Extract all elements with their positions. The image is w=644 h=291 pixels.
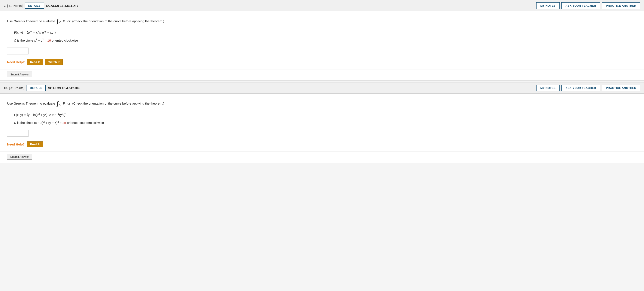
integral-sub-10: C	[59, 103, 61, 106]
need-help-label-10: Need Help?	[7, 143, 25, 146]
problem-9-curve: C is the circle x2 + y2 = 16 oriented cl…	[14, 37, 637, 44]
submit-button-10[interactable]: Submit Answer	[7, 154, 32, 160]
watch-it-button-9[interactable]: Watch It	[45, 59, 63, 65]
need-help-label-9: Need Help?	[7, 60, 25, 64]
submit-button-9[interactable]: Submit Answer	[7, 72, 32, 77]
problem-10-intro: Use Green's Theorem to evaluate ∫C F · d…	[7, 99, 637, 109]
problem-10-content: Use Green's Theorem to evaluate ∫C F · d…	[0, 94, 644, 151]
problem-9-actions: MY NOTES ASK YOUR TEACHER PRACTICE ANOTH…	[536, 2, 640, 9]
read-it-button-9[interactable]: Read It	[27, 59, 43, 65]
answer-input-9[interactable]	[7, 48, 28, 55]
problem-9-field: F(x, y) = ⟨e2x + x2y, e2y − xy2⟩	[14, 29, 637, 36]
problem-9-content: Use Green's Theorem to evaluate ∫C F · d…	[0, 11, 644, 69]
problem-9-header: 9. [-/1 Points] DETAILS SCALC9 16.4.511.…	[0, 0, 644, 11]
problem-10: 10. [-/1 Points] DETAILS SCALC9 16.4.512…	[0, 82, 644, 163]
problem-10-answer-area	[7, 128, 637, 140]
need-help-row-9: Need Help? Read It Watch It	[7, 59, 637, 65]
answer-input-10[interactable]	[7, 130, 28, 137]
problem-9-code: SCALC9 16.4.511.XP.	[46, 4, 534, 8]
submit-row-10: Submit Answer	[0, 151, 644, 163]
problem-10-field: F(x, y) = ⟨y − ln(x2 + y2), 2 tan−1(y/x)…	[14, 112, 637, 118]
problem-9-number: 9. [-/1 Points]	[4, 4, 22, 8]
integral-symbol-10: ∫	[57, 100, 58, 107]
practice-another-button-9[interactable]: PRACTICE ANOTHER	[602, 2, 640, 9]
ask-teacher-button-10[interactable]: ASK YOUR TEACHER	[561, 85, 600, 91]
submit-row-9: Submit Answer	[0, 69, 644, 80]
details-button-10[interactable]: DETAILS	[26, 85, 46, 91]
ask-teacher-button-9[interactable]: ASK YOUR TEACHER	[561, 2, 600, 9]
problem-10-curve: C is the circle (x − 2)2 + (y − 5)2 = 25…	[14, 120, 637, 126]
need-help-row-10: Need Help? Read It	[7, 141, 637, 147]
problem-9-intro: Use Green's Theorem to evaluate ∫C F · d…	[7, 17, 637, 26]
integral-sub-9: C	[59, 21, 61, 24]
problem-10-actions: MY NOTES ASK YOUR TEACHER PRACTICE ANOTH…	[536, 85, 640, 91]
problem-9: 9. [-/1 Points] DETAILS SCALC9 16.4.511.…	[0, 0, 644, 81]
problem-10-code: SCALC9 16.4.512.XP.	[48, 86, 534, 90]
problem-9-answer-area	[7, 46, 637, 58]
my-notes-button-10[interactable]: MY NOTES	[536, 85, 560, 91]
read-it-button-10[interactable]: Read It	[27, 141, 43, 147]
problem-10-number: 10. [-/1 Points]	[4, 86, 24, 90]
practice-another-button-10[interactable]: PRACTICE ANOTHER	[602, 85, 640, 91]
my-notes-button-9[interactable]: MY NOTES	[536, 2, 560, 9]
details-button-9[interactable]: DETAILS	[24, 3, 44, 9]
problem-10-header: 10. [-/1 Points] DETAILS SCALC9 16.4.512…	[0, 83, 644, 94]
integral-symbol-9: ∫	[57, 18, 58, 25]
